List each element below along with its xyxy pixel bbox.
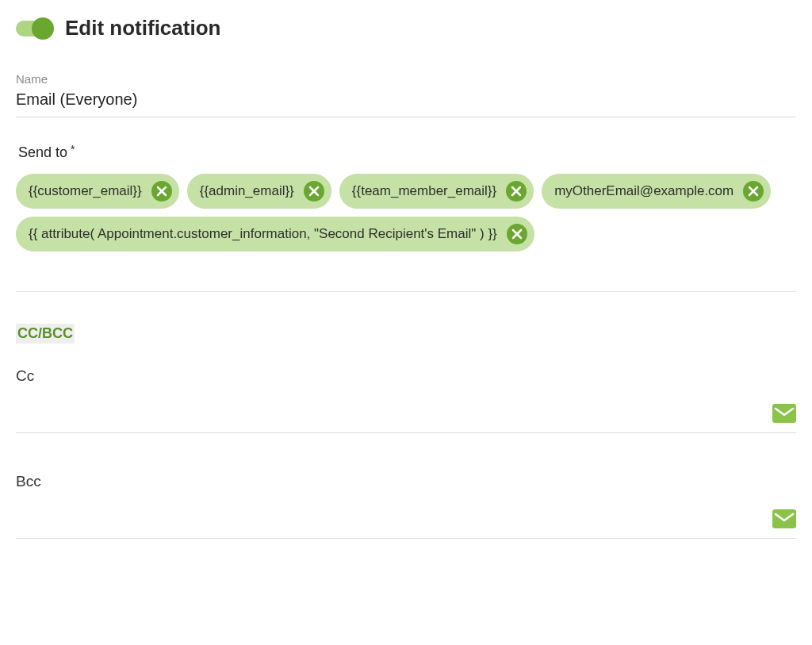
recipient-chip[interactable]: {{team_member_email}} [339, 174, 534, 209]
bcc-input-row [16, 497, 796, 539]
chip-text: {{ attribute( Appointment.customer_infor… [29, 226, 497, 242]
cc-mail-button[interactable] [772, 404, 796, 423]
chip-text: {{customer_email}} [29, 183, 142, 199]
chip-text: {{team_member_email}} [352, 183, 496, 199]
remove-chip-button[interactable] [507, 224, 527, 244]
cc-input-row [16, 391, 796, 433]
header-row: Edit notification [16, 16, 796, 40]
bcc-block: Bcc [16, 473, 796, 539]
name-field: Name Email (Everyone) [16, 72, 796, 117]
close-icon [748, 186, 759, 197]
remove-chip-button[interactable] [304, 181, 324, 202]
close-icon [156, 186, 167, 197]
chip-text: myOtherEmail@example.com [554, 183, 733, 199]
bcc-label: Bcc [16, 473, 796, 490]
svg-rect-0 [772, 404, 796, 423]
cc-input[interactable] [16, 391, 772, 426]
page-title: Edit notification [65, 16, 220, 40]
remove-chip-button[interactable] [151, 181, 172, 202]
recipient-chip[interactable]: {{customer_email}} [16, 174, 179, 209]
send-to-label: Send to * [16, 144, 796, 161]
remove-chip-button[interactable] [506, 181, 527, 202]
bcc-mail-button[interactable] [772, 509, 796, 528]
name-value[interactable]: Email (Everyone) [16, 90, 796, 109]
recipient-chips: {{customer_email}} {{admin_email}} {{tea… [16, 174, 796, 251]
required-marker: * [71, 143, 75, 155]
recipient-chip[interactable]: myOtherEmail@example.com [542, 174, 771, 209]
send-to-label-text: Send to [18, 144, 67, 161]
toggle-knob [32, 17, 54, 40]
svg-rect-1 [772, 509, 796, 528]
cc-label: Cc [16, 367, 796, 385]
cc-block: Cc [16, 367, 796, 433]
mail-icon [772, 509, 796, 528]
enable-toggle[interactable] [16, 21, 51, 36]
close-icon [511, 186, 522, 197]
name-label: Name [16, 72, 796, 86]
chip-text: {{admin_email}} [200, 183, 294, 199]
recipient-chip[interactable]: {{ attribute( Appointment.customer_infor… [16, 217, 534, 251]
close-icon [308, 186, 320, 197]
ccbcc-section: CC/BCC Cc Bcc [16, 324, 796, 539]
remove-chip-button[interactable] [743, 181, 764, 202]
ccbcc-heading: CC/BCC [16, 324, 75, 344]
send-to-section: Send to * {{customer_email}} {{admin_ema… [16, 144, 796, 251]
mail-icon [772, 404, 796, 423]
close-icon [511, 228, 523, 240]
section-divider [16, 291, 796, 292]
bcc-input[interactable] [16, 497, 772, 532]
recipient-chip[interactable]: {{admin_email}} [187, 174, 331, 209]
